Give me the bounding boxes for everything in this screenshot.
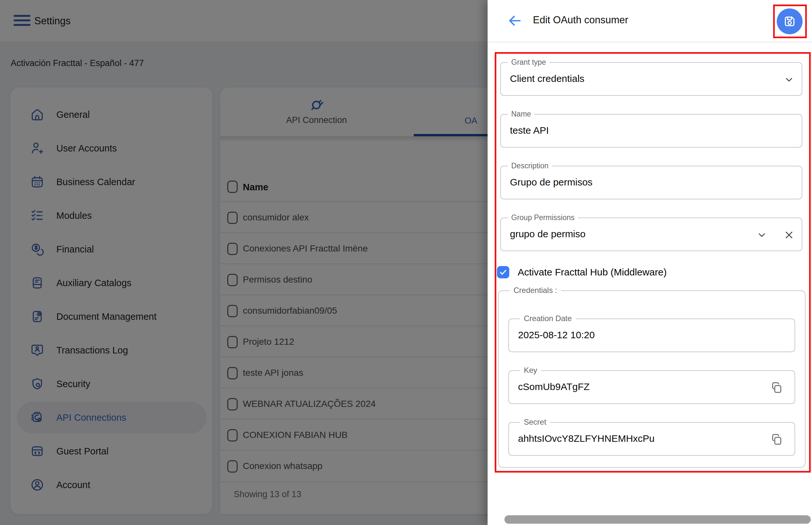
checkbox-label: Activate Fracttal Hub (Middleware) bbox=[518, 267, 667, 278]
field-label: Group Permissions bbox=[508, 213, 578, 222]
field-value: grupo de permiso bbox=[510, 228, 585, 240]
field-label: Creation Date bbox=[520, 314, 576, 323]
activate-hub-checkbox-row[interactable]: Activate Fracttal Hub (Middleware) bbox=[497, 266, 667, 279]
field-value: Grupo de permisos bbox=[510, 177, 592, 188]
clear-x-icon[interactable] bbox=[783, 229, 795, 241]
drawer-header: Edit OAuth consumer bbox=[488, 0, 812, 42]
field-label: Grant type bbox=[508, 58, 549, 67]
chevron-down-icon bbox=[783, 74, 795, 86]
screenshot-root: Settings Activación Fracttal - Español -… bbox=[0, 0, 812, 525]
field-label: Key bbox=[520, 366, 541, 375]
modal-overlay[interactable] bbox=[0, 0, 489, 525]
field-label: Name bbox=[508, 110, 534, 118]
field-value: teste API bbox=[510, 125, 549, 136]
grant-type-select[interactable]: Grant type Client credentials bbox=[500, 62, 802, 96]
chevron-down-icon bbox=[756, 229, 768, 241]
copy-icon[interactable] bbox=[770, 381, 783, 394]
field-value: Client credentials bbox=[510, 73, 585, 84]
drawer-title: Edit OAuth consumer bbox=[533, 14, 629, 26]
group-legend: Credentials : bbox=[510, 286, 561, 295]
name-field[interactable]: Name teste API bbox=[500, 114, 802, 148]
copy-icon[interactable] bbox=[770, 433, 783, 446]
secret-field[interactable]: Secret ahhtsIOvcY8ZLFYHNEMHxcPu bbox=[508, 422, 795, 456]
credentials-group: Credentials : Creation Date 2025-08-12 1… bbox=[498, 290, 806, 468]
key-field[interactable]: Key cSomUb9ATgFZ bbox=[508, 370, 795, 404]
check-icon bbox=[498, 267, 508, 277]
description-field[interactable]: Description Grupo de permisos bbox=[500, 166, 802, 199]
edit-oauth-consumer-drawer: Edit OAuth consumer Grant type Client cr… bbox=[488, 0, 812, 525]
group-permissions-select[interactable]: Group Permissions grupo de permiso bbox=[500, 217, 802, 251]
field-label: Secret bbox=[520, 418, 550, 426]
horizontal-scrollbar-thumb[interactable] bbox=[504, 515, 811, 524]
background-app: Settings Activación Fracttal - Español -… bbox=[0, 0, 489, 525]
field-value: 2025-08-12 10:20 bbox=[518, 330, 595, 341]
back-arrow-icon[interactable] bbox=[507, 13, 522, 29]
save-button[interactable] bbox=[777, 9, 802, 34]
checkbox-checked[interactable] bbox=[497, 266, 509, 279]
floppy-disk-icon bbox=[783, 14, 797, 29]
field-label: Description bbox=[508, 162, 552, 170]
field-value: cSomUb9ATgFZ bbox=[518, 381, 590, 392]
field-value: ahhtsIOvcY8ZLFYHNEMHxcPu bbox=[518, 433, 655, 444]
creation-date-field[interactable]: Creation Date 2025-08-12 10:20 bbox=[508, 318, 795, 352]
